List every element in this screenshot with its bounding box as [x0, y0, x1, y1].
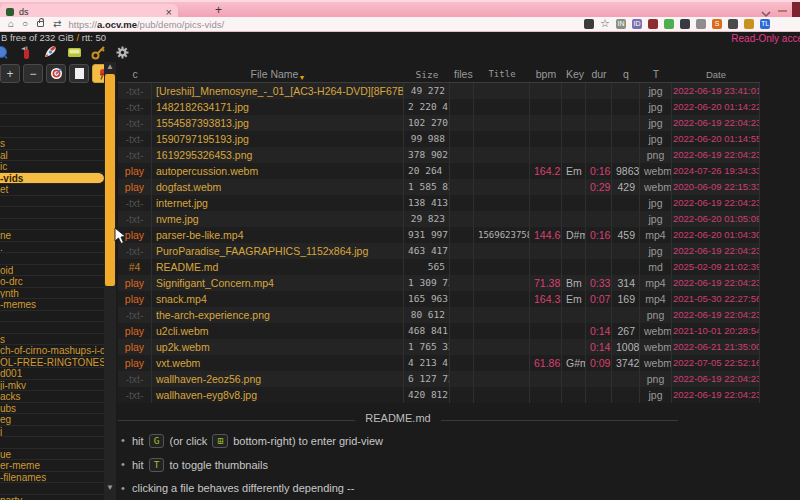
tree-item[interactable]: party [0, 495, 104, 500]
tree-item[interactable]: oid [0, 265, 104, 277]
tree-item[interactable]: s [0, 334, 104, 346]
file-link[interactable]: the-arch-experience.png [152, 307, 404, 323]
file-link[interactable]: u2cli.webm [152, 323, 404, 339]
play-link[interactable]: play [118, 291, 152, 307]
tree-item[interactable]: ue [0, 449, 104, 461]
docs-button[interactable] [69, 64, 89, 83]
tree-item[interactable] [0, 207, 104, 219]
tree-grow-button[interactable]: + [0, 64, 20, 83]
tree-item[interactable]: ynth [0, 288, 104, 300]
tree-item[interactable]: ubs [0, 403, 104, 415]
play-link[interactable]: play [118, 339, 152, 355]
lock-icon[interactable] [37, 21, 44, 27]
bookmark-star-icon[interactable]: ☆ [600, 19, 610, 29]
tree-item[interactable]: eg [0, 414, 104, 426]
ext-shield-icon[interactable] [648, 19, 658, 29]
column-header-bpm[interactable]: bpm [530, 66, 562, 83]
text-view-link[interactable]: -txt- [118, 99, 152, 115]
file-link[interactable]: README.md [152, 259, 404, 275]
column-header-title[interactable]: Title [474, 66, 530, 83]
play-link[interactable]: play [118, 355, 152, 371]
text-view-link[interactable]: #4 [118, 259, 152, 275]
reload-circle-icon[interactable]: ○ [22, 19, 28, 29]
ext-grid2-icon[interactable] [728, 19, 738, 29]
swap-arrows-icon[interactable]: ⇄ [53, 19, 61, 29]
minimize-button[interactable] [778, 10, 787, 12]
tree-item[interactable] [0, 196, 104, 208]
tree-item[interactable]: j [0, 426, 104, 438]
ext-dark-icon[interactable] [680, 19, 690, 29]
tree-item[interactable]: . [0, 242, 104, 254]
tree-item[interactable] [0, 322, 104, 334]
ext-medal-icon[interactable] [744, 19, 754, 29]
tree-item[interactable] [0, 219, 104, 231]
ext-s-icon[interactable]: S [712, 19, 722, 29]
play-link[interactable]: play [118, 275, 152, 291]
tree-item[interactable]: o-drc [0, 276, 104, 288]
column-header-file-name[interactable]: File Name▼ [152, 66, 404, 83]
tree-item[interactable] [0, 115, 104, 127]
file-link[interactable]: wallhaven-2eoz56.png [152, 371, 404, 387]
file-link[interactable]: 1482182634171.jpg [152, 99, 404, 115]
tree-item[interactable]: s [0, 138, 104, 150]
file-link[interactable]: PuroParadise_FAAGRAPHICS_1152x864.jpg [152, 243, 404, 259]
column-header-date[interactable]: Date [672, 66, 760, 83]
tree-item[interactable]: ji-mkv [0, 380, 104, 392]
settings-gear-icon[interactable] [115, 45, 130, 60]
file-link[interactable]: 1554587393813.jpg [152, 115, 404, 131]
tree-item[interactable]: ch-of-cirno-mashups-i-did [0, 345, 104, 357]
file-link[interactable]: snack.mp4 [152, 291, 404, 307]
file-link[interactable]: 1590797195193.jpg [152, 131, 404, 147]
ext-green-icon[interactable] [664, 19, 674, 29]
text-view-link[interactable]: -txt- [118, 147, 152, 163]
file-link[interactable]: wallhaven-eyg8v8.jpg [152, 387, 404, 403]
new-tab-button[interactable]: + [215, 3, 222, 17]
file-link[interactable]: autopercussion.webm [152, 163, 404, 179]
file-link[interactable]: internet.jpg [152, 195, 404, 211]
file-link[interactable]: up2k.webm [152, 339, 404, 355]
target-button[interactable] [46, 64, 66, 83]
text-view-link[interactable]: -txt- [118, 131, 152, 147]
column-header-c[interactable]: c [118, 66, 152, 83]
tree-item[interactable]: acks [0, 391, 104, 403]
tree-item[interactable]: d001 [0, 368, 104, 380]
url-field[interactable]: https://a.ocv.me/pub/demo/pics-vids/ [68, 19, 584, 30]
key-icon[interactable] [91, 45, 106, 60]
file-link[interactable]: [Ureshii]_Mnemosyne_-_01_[AC3-H264-DVD][… [152, 83, 404, 99]
play-link[interactable]: play [118, 179, 152, 195]
scroll-down-icon[interactable]: ▼ [104, 483, 116, 492]
tab-close-icon[interactable]: × [166, 6, 172, 18]
tree-shrink-button[interactable]: − [23, 64, 43, 83]
play-link[interactable]: play [118, 323, 152, 339]
tree-item[interactable] [0, 311, 104, 323]
tree-item[interactable] [0, 127, 104, 139]
search-icon[interactable] [0, 45, 10, 60]
tree-item[interactable] [0, 483, 104, 495]
tree-item[interactable]: OL-FREE-RINGTONES [0, 357, 104, 369]
tree-item[interactable] [0, 437, 104, 449]
text-view-link[interactable]: -txt- [118, 307, 152, 323]
text-view-link[interactable]: -txt- [118, 195, 152, 211]
file-link[interactable]: 1619295326453.png [152, 147, 404, 163]
tree-item[interactable] [0, 104, 104, 116]
tree-item-selected[interactable]: -vids [0, 173, 104, 185]
text-view-link[interactable]: -txt- [118, 115, 152, 131]
column-header-size[interactable]: Size [404, 66, 450, 83]
text-view-link[interactable]: -txt- [118, 83, 152, 99]
tree-scrollbar[interactable]: ▲ ▼ [104, 62, 116, 500]
text-view-link[interactable]: -txt- [118, 371, 152, 387]
message-icon[interactable] [67, 45, 82, 60]
column-header-files[interactable]: files [450, 66, 474, 83]
column-header-dur[interactable]: dur [586, 66, 612, 83]
tree-item[interactable]: al [0, 150, 104, 162]
ext-tl-icon[interactable]: TL [760, 19, 770, 29]
extinguisher-unpost-icon[interactable] [19, 45, 34, 60]
tree-item[interactable]: -memes [0, 299, 104, 311]
play-link[interactable]: play [118, 163, 152, 179]
tree-item[interactable]: et [0, 184, 104, 196]
column-header-t[interactable]: T [640, 66, 672, 83]
tree-item[interactable] [0, 253, 104, 265]
file-link[interactable]: parser-be-like.mp4 [152, 227, 404, 243]
column-header-key[interactable]: Key [562, 66, 586, 83]
file-link[interactable]: nvme.jpg [152, 211, 404, 227]
